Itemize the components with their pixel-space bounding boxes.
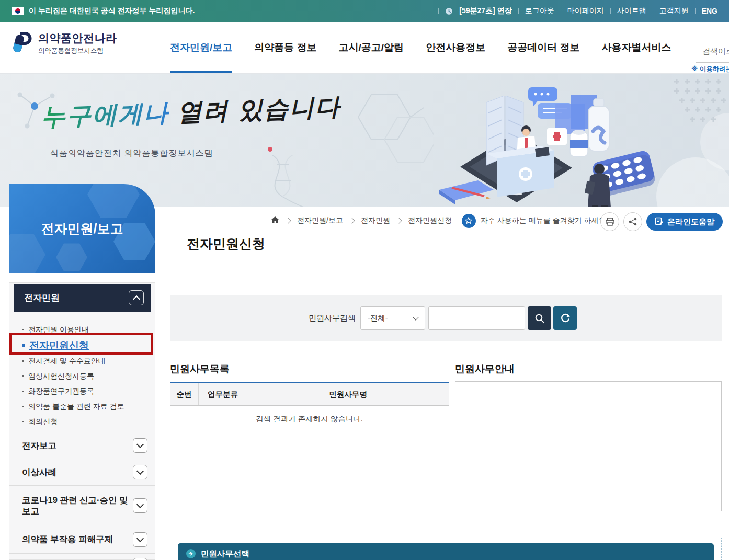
divider <box>438 8 439 14</box>
sidebar-section-relief[interactable]: 의약품 부작용 피해구제 <box>9 525 155 553</box>
refresh-button[interactable] <box>553 306 577 330</box>
divider <box>561 8 561 14</box>
home-icon[interactable] <box>271 216 279 225</box>
favorite-star-icon[interactable] <box>462 214 476 228</box>
breadcrumb-separator <box>396 218 402 223</box>
sidebar-section-ereport[interactable]: 전자보고 <box>9 432 155 459</box>
print-icon[interactable] <box>600 212 619 231</box>
sidebar-item-epay-fees[interactable]: 전자결제 및 수수료안내 <box>9 353 155 369</box>
bullet-icon <box>22 391 24 392</box>
sidebar-menu: 전자민원 전자민원 이용안내 전자민원신청 전자결제 및 수수료안내 임상시험신… <box>9 282 155 560</box>
sidebar-item-clinical-trial[interactable]: 임상시험신청자등록 <box>9 369 155 384</box>
app-window: 이 누리집은 대한민국 공식 전자정부 누리집입니다. [59분27초] 연장 … <box>0 0 729 560</box>
task-select-section: 민원사무선택 <box>170 538 722 560</box>
slogan-accent: 누구에게나 <box>40 98 169 131</box>
chevron-down-icon <box>413 314 418 320</box>
hero-slogan: 누구에게나열려 있습니다 <box>40 90 341 134</box>
nav-item-drug-info[interactable]: 의약품등 정보 <box>254 22 316 73</box>
bullet-icon <box>22 375 24 377</box>
task-search-input[interactable] <box>428 306 525 330</box>
nav-item-user-services[interactable]: 사용자별서비스 <box>601 22 671 73</box>
sidebar-section-covid19[interactable]: 코로나19 관련 신고·승인 및 보고 <box>9 485 155 525</box>
support-link[interactable]: 고객지원 <box>659 6 689 16</box>
divider <box>518 8 519 14</box>
column-header-no: 순번 <box>170 383 199 405</box>
sidebar-section-adverse-cases[interactable]: 이상사례 <box>9 459 155 485</box>
task-category-select[interactable]: -전체- <box>360 306 425 330</box>
clock-icon <box>445 7 453 15</box>
chevron-down-icon[interactable] <box>133 558 147 560</box>
mypage-link[interactable]: 마이페이지 <box>567 6 604 16</box>
share-icon[interactable] <box>623 212 642 231</box>
sidebar-item-usage-guide[interactable]: 전자민원 이용안내 <box>9 322 155 337</box>
dna-decoration <box>261 155 319 207</box>
divider <box>653 8 653 14</box>
column-header-category: 업무분류 <box>199 383 247 405</box>
chevron-down-icon[interactable] <box>133 498 147 513</box>
sidebar-title-label: 전자민원/보고 <box>41 220 123 237</box>
main-nav: 전자민원/보고 의약품등 정보 고시/공고/알림 안전사용정보 공공데이터 정보… <box>170 22 671 73</box>
bullet-icon <box>22 421 24 422</box>
favorite-tip: 자주 사용하는 메뉴를 즐겨찾기 하세요! <box>481 216 608 225</box>
breadcrumb: 전자민원/보고 전자민원 전자민원신청 자주 사용하는 메뉴를 즐겨찾기 하세요… <box>271 213 608 228</box>
task-guide-box <box>455 381 722 511</box>
chevron-down-icon[interactable] <box>133 532 147 547</box>
language-link[interactable]: ENG <box>702 7 717 15</box>
task-select-title: 민원사무선택 <box>201 548 249 559</box>
table-header-row: 순번 업무분류 민원사무명 <box>170 383 449 406</box>
chevron-up-icon[interactable] <box>129 290 144 305</box>
sidebar-item-meeting-request[interactable]: 회의신청 <box>9 414 155 429</box>
help-doc-icon <box>655 217 664 227</box>
column-header-task-name: 민원사무명 <box>247 383 449 405</box>
nav-item-safe-use[interactable]: 안전사용정보 <box>426 22 485 73</box>
sidebar-section-more[interactable] <box>9 553 155 560</box>
bullet-icon <box>22 406 24 407</box>
task-search-panel: 민원사무검색 -전체- <box>170 295 722 341</box>
search-button[interactable] <box>528 306 551 330</box>
slogan-rest: 열려 있습니다 <box>177 92 341 127</box>
sidebar-item-emun-apply[interactable]: 전자민원신청 <box>9 337 155 353</box>
bullet-icon <box>22 360 24 362</box>
sitemap-link[interactable]: 사이트맵 <box>617 6 646 16</box>
hero-illustration <box>415 74 729 207</box>
sidebar-section-label: 전자민원 <box>24 292 60 304</box>
nav-item-open-data[interactable]: 공공데이터 정보 <box>507 22 579 73</box>
breadcrumb-item[interactable]: 전자민원/보고 <box>297 216 343 225</box>
dot-decoration <box>268 147 272 152</box>
government-banner: 이 누리집은 대한민국 공식 전자정부 누리집입니다. [59분27초] 연장 … <box>0 0 729 22</box>
sidebar-title: 전자민원/보고 <box>9 184 155 273</box>
task-guide-title: 민원사무안내 <box>455 362 515 376</box>
official-notice: 이 누리집은 대한민국 공식 전자정부 누리집입니다. <box>29 6 195 16</box>
online-help-button[interactable]: 온라인도움말 <box>646 213 723 231</box>
empty-result-message: 검색 결과가 존재하지 않습니다. <box>170 406 449 432</box>
bullet-icon <box>22 344 25 347</box>
sidebar-item-impurity-review[interactable]: 의약품 불순물 관련 자료 검토 <box>9 399 155 414</box>
sidebar-section-emun[interactable]: 전자민원 <box>14 284 151 312</box>
pill-logo-icon <box>9 30 33 56</box>
search-note: ※ 이용하려는 <box>691 65 729 74</box>
page-tools: 온라인도움말 <box>600 212 723 231</box>
task-list-title: 민원사무목록 <box>170 362 230 376</box>
sidebar-item-cosmetics-org[interactable]: 화장품연구기관등록 <box>9 384 155 399</box>
korea-flag-icon <box>12 7 24 15</box>
arrow-right-icon <box>186 549 196 558</box>
breadcrumb-separator <box>285 218 291 223</box>
breadcrumb-separator <box>349 218 355 223</box>
breadcrumb-item[interactable]: 전자민원 <box>361 216 390 225</box>
task-select-header: 민원사무선택 <box>178 543 714 560</box>
logout-link[interactable]: 로그아웃 <box>525 6 554 16</box>
chevron-down-icon[interactable] <box>133 465 147 479</box>
bullet-icon <box>22 329 24 330</box>
site-header: 의약품안전나라 의약품통합정보시스템 전자민원/보고 의약품등 정보 고시/공고… <box>0 22 729 73</box>
header-search-input[interactable] <box>696 39 729 63</box>
site-logo[interactable]: 의약품안전나라 의약품통합정보시스템 <box>9 30 117 56</box>
divider <box>610 8 611 14</box>
task-search-label: 민원사무검색 <box>309 313 356 323</box>
chevron-down-icon[interactable] <box>133 438 147 453</box>
nav-item-notice[interactable]: 고시/공고/알림 <box>339 22 404 73</box>
page-title: 전자민원신청 <box>187 235 265 253</box>
session-extend-link[interactable]: [59분27초] 연장 <box>459 6 511 16</box>
logo-title: 의약품안전나라 <box>38 31 117 45</box>
nav-item-emun-report[interactable]: 전자민원/보고 <box>170 22 232 73</box>
breadcrumb-item[interactable]: 전자민원신청 <box>408 216 452 225</box>
